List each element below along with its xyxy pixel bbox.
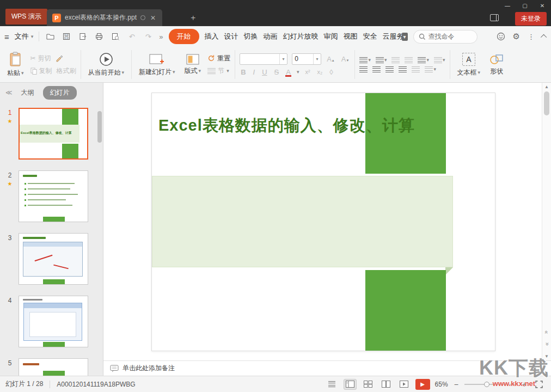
line-spacing-button[interactable]: ▾	[418, 57, 429, 63]
slide-thumbnail-3[interactable]: 3	[3, 233, 103, 285]
collapse-ribbon-icon[interactable]	[541, 34, 547, 40]
menu-tab-security[interactable]: 安全	[363, 32, 377, 41]
slide-editor-canvas[interactable]: Excel表格数据的输入、修改、计算	[103, 83, 542, 360]
tab-close-icon[interactable]: ✕	[149, 14, 157, 22]
thumbnail-card[interactable]	[19, 233, 88, 285]
minimize-button[interactable]: —	[499, 0, 516, 11]
zoom-slider[interactable]	[464, 381, 516, 388]
menu-tab-transition[interactable]: 切换	[244, 32, 258, 41]
paste-button[interactable]: 粘贴▾	[4, 51, 27, 79]
search-input[interactable]	[428, 33, 472, 40]
thumbnail-card[interactable]	[19, 358, 88, 376]
reset-button[interactable]: 重置	[207, 54, 230, 63]
view-slideshow-button[interactable]	[397, 379, 411, 390]
slide-thumbnail-4[interactable]: 4	[3, 296, 103, 347]
copy-button[interactable]: 复制	[30, 66, 52, 76]
thumbnail-card[interactable]	[19, 296, 88, 347]
layout-button[interactable]: 版式▾	[182, 53, 204, 77]
superscript-button[interactable]: x²	[304, 69, 311, 75]
distribute-button[interactable]	[412, 66, 420, 72]
slide-thumbnail-2[interactable]: 2 ★	[3, 170, 103, 222]
menu-tab-home[interactable]: 开始	[169, 29, 199, 44]
menu-tab-insert[interactable]: 插入	[205, 32, 219, 41]
align-right-button[interactable]	[385, 66, 394, 72]
redo-icon[interactable]: ↷	[143, 31, 154, 42]
clear-format-button[interactable]: ◊	[328, 68, 334, 76]
panel-scrollbar[interactable]	[97, 105, 102, 373]
zoom-slider-handle[interactable]	[484, 382, 489, 387]
hamburger-icon[interactable]: ≡	[4, 32, 9, 41]
strikethrough-button[interactable]: S	[273, 68, 280, 76]
font-name-combo[interactable]: ▾	[240, 53, 287, 65]
notes-toggle-icon[interactable]	[326, 379, 339, 390]
settings-gear-icon[interactable]: ⚙	[513, 32, 520, 41]
brush-icon[interactable]	[56, 54, 63, 62]
bold-button[interactable]: B	[240, 68, 247, 76]
undo-icon[interactable]: ↶	[126, 31, 137, 42]
export-icon[interactable]	[77, 31, 88, 42]
command-search[interactable]	[413, 30, 477, 44]
thumbnail-card[interactable]	[19, 170, 88, 222]
login-badge[interactable]: 未登录	[515, 12, 547, 26]
justify-button[interactable]	[399, 66, 407, 72]
open-folder-icon[interactable]	[45, 31, 56, 42]
italic-button[interactable]: I	[252, 68, 256, 76]
format-painter-button[interactable]: 格式刷	[57, 66, 76, 76]
menu-tab-review[interactable]: 审阅	[324, 32, 338, 41]
wps-app-button[interactable]: WPS 演示	[5, 9, 47, 24]
quick-access-overflow-icon[interactable]: »	[159, 33, 163, 41]
font-color-button[interactable]: A	[285, 68, 292, 76]
zoom-in-button[interactable]: +	[521, 380, 528, 389]
close-button[interactable]: ✕	[534, 0, 551, 11]
play-slideshow-button[interactable]: ▶	[415, 379, 430, 390]
print-icon[interactable]	[94, 31, 105, 42]
scroll-down-icon[interactable]: ▼	[542, 354, 551, 359]
shrink-font-button[interactable]: A▼	[340, 55, 351, 63]
align-center-button[interactable]	[372, 66, 381, 72]
chevron-down-icon[interactable]: ▾	[279, 54, 287, 64]
task-pane-toggle-icon[interactable]	[490, 14, 499, 21]
slide-thumbnail-1[interactable]: 1 ★ Excel表格数据的输入、修改、计算	[3, 108, 103, 160]
zoom-value[interactable]: 65%	[435, 381, 448, 388]
document-tab[interactable]: P excel表格的基本操作.ppt ✕	[47, 9, 162, 26]
slide-title-text[interactable]: Excel表格数据的输入、修改、计算	[158, 115, 415, 137]
next-slide-button[interactable]: «	[542, 339, 551, 348]
tab-slides[interactable]: 幻灯片	[43, 86, 77, 100]
slide-title-band[interactable]	[152, 176, 453, 267]
columns-button[interactable]: ▾	[425, 66, 436, 72]
increase-indent-button[interactable]	[405, 57, 413, 63]
save-icon[interactable]	[61, 31, 72, 42]
menu-tab-cloud[interactable]: 云服务	[383, 32, 404, 41]
chevron-down-icon[interactable]: ▾	[297, 69, 299, 75]
menu-tab-design[interactable]: 设计	[224, 32, 238, 41]
slide-green-rect-bottom[interactable]	[365, 270, 446, 351]
decrease-indent-button[interactable]	[391, 57, 400, 63]
collapse-panel-icon[interactable]: ≪	[5, 89, 13, 96]
zoom-out-button[interactable]: −	[453, 380, 460, 389]
bullets-button[interactable]: ▾	[359, 57, 371, 63]
underline-button[interactable]: U	[261, 68, 268, 76]
menu-tabs-overflow-icon[interactable]: ▾	[402, 33, 408, 41]
notes-bar[interactable]: 单击此处添加备注	[103, 360, 551, 376]
cut-button[interactable]: ✂剪切	[30, 54, 51, 63]
font-size-combo[interactable]: ▾	[292, 53, 321, 65]
slide-thumbnail-5[interactable]: 5	[3, 358, 103, 376]
scroll-up-icon[interactable]: ▲	[542, 84, 551, 89]
grow-font-button[interactable]: A▲	[326, 55, 336, 63]
fit-slide-button[interactable]	[532, 379, 546, 390]
feedback-smiley-icon[interactable]	[497, 32, 505, 41]
print-preview-icon[interactable]	[110, 31, 121, 42]
shapes-button[interactable]: 形状	[487, 52, 506, 77]
more-options-icon[interactable]: ⋮	[528, 33, 535, 41]
main-scrollbar-thumb[interactable]	[544, 91, 549, 115]
section-button[interactable]: 节 ▾	[207, 66, 230, 76]
menu-tab-animation[interactable]: 动画	[264, 32, 278, 41]
view-reading-button[interactable]	[379, 379, 393, 390]
menu-tab-slideshow[interactable]: 幻灯片放映	[283, 32, 319, 41]
play-from-current-button[interactable]: 从当前开始▾	[85, 51, 127, 78]
notes-placeholder[interactable]: 单击此处添加备注	[123, 364, 175, 373]
panel-scrollbar-thumb[interactable]	[97, 111, 102, 143]
menu-tab-view[interactable]: 视图	[344, 32, 358, 41]
slide[interactable]: Excel表格数据的输入、修改、计算	[151, 93, 495, 351]
font-name-input[interactable]	[240, 55, 279, 63]
